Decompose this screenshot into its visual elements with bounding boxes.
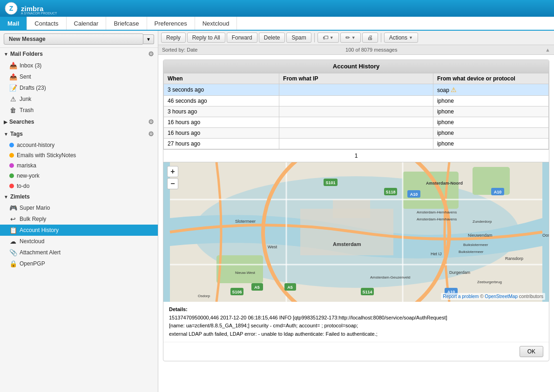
nextcloud-icon: ☁ — [9, 238, 17, 245]
svg-text:S101: S101 — [325, 180, 335, 185]
row5-when: 16 hours ago — [164, 128, 279, 139]
row5-device: iphone — [433, 128, 548, 139]
new-message-row: New Message ▼ — [0, 31, 158, 48]
osm-link[interactable]: OpenStreetMap — [485, 294, 518, 299]
mail-folders-header[interactable]: ▼ Mail Folders ⚙ — [0, 48, 158, 60]
topbar: Z zimbra A SYNACOR PRODUCT — [0, 0, 554, 17]
row1-ip — [279, 84, 433, 96]
bulk-reply-label: Bulk Reply — [20, 216, 46, 222]
sidebar-item-junk[interactable]: ⚠ Junk — [0, 93, 158, 105]
tab-briefcase[interactable]: Briefcase — [106, 17, 147, 30]
mail-folders-gear-icon[interactable]: ⚙ — [148, 50, 154, 58]
tag-icon: 🏷 — [323, 34, 328, 41]
print-button[interactable]: 🖨 — [362, 33, 378, 43]
sidebar-item-openpgp[interactable]: 🔒 OpenPGP — [0, 258, 158, 269]
tag-account-history-label: account-history — [17, 142, 54, 148]
map-zoom-out-button[interactable]: − — [167, 178, 178, 189]
sidebar-item-bulk-reply[interactable]: ↩ Bulk Reply — [0, 213, 158, 225]
searches-header[interactable]: ▶ Searches ⚙ — [0, 116, 158, 128]
reply-button[interactable]: Reply — [161, 33, 186, 43]
junk-label: Junk — [20, 96, 31, 102]
zimlets-toggle-icon: ▼ — [4, 194, 8, 199]
svg-text:S118: S118 — [385, 190, 395, 194]
tab-mail[interactable]: Mail — [0, 17, 27, 30]
tag-stickynotes-label: Emails with StickyNotes — [17, 152, 76, 159]
svg-text:S114: S114 — [362, 290, 372, 294]
svg-text:Nieuwendam: Nieuwendam — [468, 233, 493, 238]
searches-gear-icon[interactable]: ⚙ — [148, 118, 154, 126]
svg-text:Buikslotermeer: Buikslotermeer — [459, 250, 484, 254]
map-container: A10 A10 S101 S118 S106 S114 A10 — [163, 162, 549, 302]
account-history-label: Account History — [20, 227, 59, 233]
drafts-label: Drafts (23) — [20, 85, 46, 91]
sidebar-item-tag-to-do[interactable]: to-do — [0, 181, 158, 191]
svg-text:Amsterdam-Geuzenveld: Amsterdam-Geuzenveld — [370, 275, 410, 279]
attachment-alert-icon: 📎 — [9, 249, 17, 256]
details-line1: 15137470950000,446 2017-12-20 06:18:15,4… — [169, 315, 447, 320]
tag-account-history-icon — [9, 143, 14, 147]
svg-text:Het IJ: Het IJ — [431, 252, 442, 256]
row2-ip — [279, 96, 433, 106]
map-copy-text: © — [480, 294, 485, 299]
ok-button[interactable]: OK — [520, 346, 543, 357]
history-table-body: 3 seconds ago soap ⚠ 46 seconds ago ipho — [164, 84, 549, 149]
row6-device: iphone — [433, 139, 548, 149]
sidebar-item-tag-stickynotes[interactable]: Emails with StickyNotes — [0, 150, 158, 160]
sidebar-item-sent[interactable]: 📤 Sent — [0, 71, 158, 82]
sidebar-item-account-history[interactable]: 📋 Account History — [0, 225, 158, 236]
svg-text:S106: S106 — [232, 290, 242, 294]
sidebar-item-inbox[interactable]: 📥 Inbox (3) — [0, 60, 158, 71]
tab-contacts[interactable]: Contacts — [27, 17, 66, 30]
sidebar-item-nextcloud[interactable]: ☁ Nextcloud — [0, 236, 158, 247]
spam-button[interactable]: Spam — [286, 33, 311, 43]
more-icon: ✏ — [345, 34, 350, 41]
more-button[interactable]: ✏ ▼ — [340, 33, 361, 43]
history-table: When From what IP From what device or pr… — [163, 73, 549, 149]
svg-text:Durgerdam: Durgerdam — [449, 270, 470, 275]
sidebar-item-drafts[interactable]: 📝 Drafts (23) — [0, 82, 158, 93]
sidebar-item-attachment-alert[interactable]: 📎 Attachment Alert — [0, 247, 158, 258]
sidebar-item-tag-mariska[interactable]: mariska — [0, 160, 158, 171]
nav-tabs: Mail Contacts Calendar Briefcase Prefere… — [0, 17, 554, 31]
svg-text:Oost: Oost — [542, 233, 549, 238]
main-panel: Account History When From what IP From w… — [158, 55, 554, 392]
tags-header[interactable]: ▼ Tags ⚙ — [0, 128, 158, 140]
tags-gear-icon[interactable]: ⚙ — [148, 130, 154, 138]
svg-text:A10: A10 — [494, 190, 502, 194]
sidebar-item-trash[interactable]: 🗑 Trash — [0, 105, 158, 116]
table-row: 46 seconds ago iphone — [164, 96, 549, 106]
tags-toggle-icon: ▼ — [4, 132, 8, 137]
new-message-button[interactable]: New Message — [4, 33, 143, 45]
table-row: 3 hours ago iphone — [164, 106, 549, 117]
sidebar-item-super-mario[interactable]: 🎮 Super Mario — [0, 202, 158, 213]
report-problem-link[interactable]: Report a problem — [443, 294, 479, 299]
toolbar: Reply Reply to All Forward Delete Spam 🏷… — [158, 31, 554, 45]
svg-text:Amsterdam: Amsterdam — [333, 241, 361, 247]
sidebar-item-tag-new-york[interactable]: new-york — [0, 171, 158, 181]
map-zoom-in-button[interactable]: + — [167, 166, 178, 177]
content-area: Reply Reply to All Forward Delete Spam 🏷… — [158, 31, 554, 392]
tag-stickynotes-icon — [9, 153, 14, 158]
tag-button[interactable]: 🏷 ▼ — [318, 33, 339, 43]
tags-label: Tags — [10, 131, 23, 137]
mail-folders-label: Mail Folders — [10, 51, 43, 57]
new-message-dropdown-arrow[interactable]: ▼ — [143, 34, 154, 44]
delete-button[interactable]: Delete — [259, 33, 285, 43]
tab-calendar[interactable]: Calendar — [67, 17, 107, 30]
junk-icon: ⚠ — [9, 95, 17, 103]
openpgp-label: OpenPGP — [20, 260, 45, 267]
zimlets-label: Zimlets — [10, 193, 30, 200]
svg-text:A SYNACOR PRODUCT: A SYNACOR PRODUCT — [21, 12, 57, 15]
tab-nextcloud[interactable]: Nextcloud — [195, 17, 237, 30]
tag-to-do-icon — [9, 184, 14, 188]
table-row: 27 hours ago iphone — [164, 139, 549, 149]
actions-button[interactable]: Actions ▼ — [384, 33, 418, 43]
zimlets-header[interactable]: ▼ Zimlets — [0, 191, 158, 202]
row2-device: iphone — [433, 96, 548, 106]
forward-button[interactable]: Forward — [227, 33, 257, 43]
sidebar-item-tag-account-history[interactable]: account-history — [0, 140, 158, 150]
trash-label: Trash — [20, 107, 34, 113]
bulk-reply-icon: ↩ — [9, 215, 17, 223]
reply-all-button[interactable]: Reply to All — [187, 33, 225, 43]
tab-preferences[interactable]: Preferences — [147, 17, 195, 30]
